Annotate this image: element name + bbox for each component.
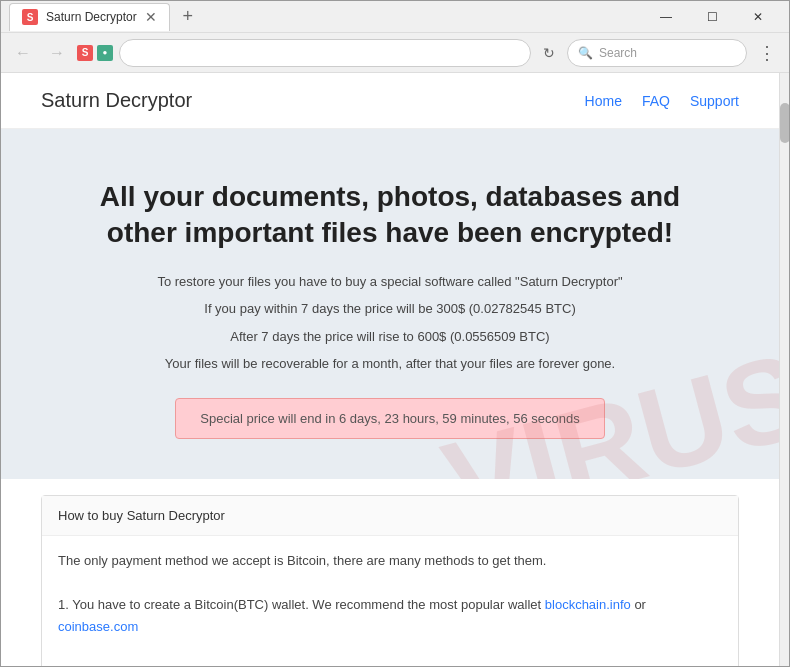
hero-headline: All your documents, photos, databases an… — [80, 179, 700, 252]
favicon-area: S ● — [77, 45, 113, 61]
hero-line2: If you pay within 7 days the price will … — [41, 299, 739, 319]
browser-inner: Saturn Decryptor Home FAQ Support VIRUS … — [1, 73, 789, 666]
hero-section: VIRUS All your documents, photos, databa… — [1, 129, 779, 479]
hero-line4: Your files will be recoverable for a mon… — [41, 354, 739, 374]
section-step2: 2. You have to buy some Bitcoins to your… — [58, 660, 722, 666]
tab-favicon: S — [22, 9, 38, 25]
search-icon: 🔍 — [578, 46, 593, 60]
maximize-button[interactable]: ☐ — [689, 1, 735, 33]
new-tab-button[interactable]: + — [174, 3, 202, 31]
search-placeholder: Search — [599, 46, 637, 60]
forward-button[interactable]: → — [43, 39, 71, 67]
site-nav: Home FAQ Support — [585, 93, 739, 109]
main-content: How to buy Saturn Decryptor The only pay… — [1, 479, 779, 666]
tab-title: Saturn Decryptor — [46, 10, 137, 24]
site-favicon: S — [77, 45, 93, 61]
nav-support[interactable]: Support — [690, 93, 739, 109]
section-body-buy: The only payment method we accept is Bit… — [42, 536, 738, 666]
section-step1: 1. You have to create a Bitcoin(BTC) wal… — [58, 594, 722, 638]
search-bar[interactable]: 🔍 Search — [567, 39, 747, 67]
menu-button[interactable]: ⋮ — [753, 39, 781, 67]
site-logo: Saturn Decryptor — [41, 89, 192, 112]
hero-line3: After 7 days the price will rise to 600$… — [41, 327, 739, 347]
nav-faq[interactable]: FAQ — [642, 93, 670, 109]
minimize-button[interactable]: — — [643, 1, 689, 33]
back-button[interactable]: ← — [9, 39, 37, 67]
hero-line1: To restore your files you have to buy a … — [41, 272, 739, 292]
url-bar[interactable] — [119, 39, 531, 67]
nav-home[interactable]: Home — [585, 93, 622, 109]
page-content: Saturn Decryptor Home FAQ Support VIRUS … — [1, 73, 779, 666]
browser-content: Saturn Decryptor Home FAQ Support VIRUS … — [1, 73, 789, 666]
reload-button[interactable]: ↻ — [537, 41, 561, 65]
address-bar: ← → S ● ↻ 🔍 Search ⋮ — [1, 33, 789, 73]
site-header: Saturn Decryptor Home FAQ Support — [1, 73, 779, 129]
close-button[interactable]: ✕ — [735, 1, 781, 33]
countdown-text: Special price will end in 6 days, 23 hou… — [200, 411, 579, 426]
tab-close-button[interactable]: ✕ — [145, 10, 157, 24]
coinbase-link[interactable]: coinbase.com — [58, 619, 138, 634]
extension-icon: ● — [97, 45, 113, 61]
section-header-buy: How to buy Saturn Decryptor — [42, 496, 738, 536]
scrollbar[interactable] — [779, 73, 789, 666]
tabs-area: S Saturn Decryptor ✕ + — [9, 3, 643, 31]
section-intro: The only payment method we accept is Bit… — [58, 550, 722, 572]
browser-tab[interactable]: S Saturn Decryptor ✕ — [9, 3, 170, 31]
info-section-buy: How to buy Saturn Decryptor The only pay… — [41, 495, 739, 666]
blockchain-link[interactable]: blockchain.info — [545, 597, 631, 612]
browser-window: S Saturn Decryptor ✕ + — ☐ ✕ ← → S ● ↻ 🔍… — [0, 0, 790, 667]
title-bar: S Saturn Decryptor ✕ + — ☐ ✕ — [1, 1, 789, 33]
countdown-box: Special price will end in 6 days, 23 hou… — [175, 398, 604, 439]
scrollbar-thumb[interactable] — [780, 103, 789, 143]
window-controls: — ☐ ✕ — [643, 1, 781, 33]
